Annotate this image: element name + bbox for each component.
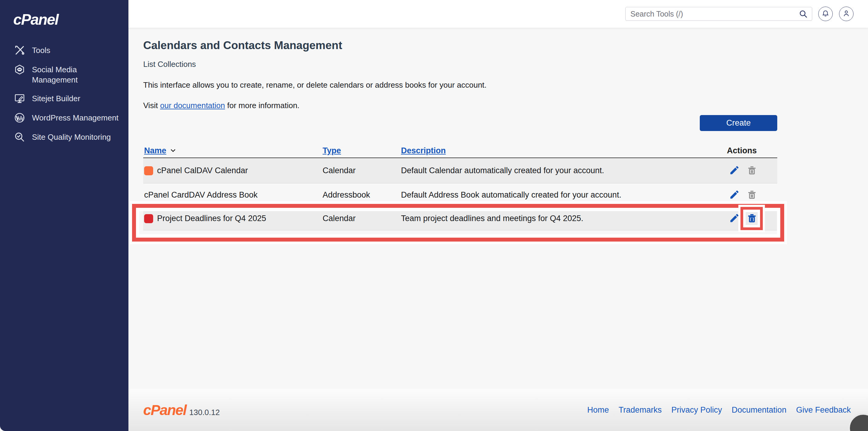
sidebar: cPanel Tools [0,0,128,431]
account-button[interactable] [839,7,854,21]
table-row: cPanel CardDAV Address Book Addressbook … [143,184,777,207]
color-swatch [144,214,153,223]
sidebar-item-wordpress[interactable]: WordPress Management [0,113,128,124]
top-header [128,0,868,28]
sidebar-item-label: Sitejet Builder [32,93,80,104]
collection-name: Project Deadlines for Q4 2025 [157,214,266,223]
corner-widget[interactable] [848,413,868,431]
bell-icon [822,9,829,19]
delete-button[interactable] [745,164,758,177]
pencil-icon [729,165,740,176]
collection-type: Calendar [322,214,401,223]
edit-button[interactable] [728,189,741,202]
footer-links: Home Trademarks Privacy Policy Documenta… [587,405,851,415]
notifications-button[interactable] [818,7,833,21]
sidebar-item-label: Site Quality Monitoring [32,132,111,142]
delete-button[interactable] [745,189,758,202]
footer-link-documentation[interactable]: Documentation [732,405,786,415]
sort-by-type-header[interactable]: Type [322,146,341,156]
cpanel-logo: cPanel [0,0,128,28]
search-input[interactable] [626,7,799,21]
collection-name: cPanel CardDAV Address Book [144,190,257,200]
footer-link-home[interactable]: Home [587,405,609,415]
sidebar-item-label: Tools [32,45,50,56]
page-title: Calendars and Contacts Management [143,39,777,52]
sidebar-item-site-quality[interactable]: Site Quality Monitoring [0,132,128,143]
actions-header: Actions [717,146,777,156]
footer-link-give-feedback[interactable]: Give Feedback [796,405,851,415]
collection-type: Calendar [322,166,401,175]
table-row: Project Deadlines for Q4 2025 Calendar T… [143,207,777,230]
cpanel-footer-logo: cPanel [143,402,186,418]
delete-button[interactable] [745,212,758,225]
collection-description: Team project deadlines and meetings for … [401,214,717,223]
edit-button[interactable] [728,212,741,225]
footer-link-trademarks[interactable]: Trademarks [619,405,662,415]
page-subtitle: List Collections [143,60,777,69]
page-footer: cPanel 130.0.12 Home Trademarks Privacy … [128,389,868,431]
sidebar-item-social-media[interactable]: Social Media Management [0,64,128,85]
social-media-icon [14,64,25,75]
create-button[interactable]: Create [700,115,777,131]
table-header-row: Name Type Description Actions [143,144,777,158]
sidebar-menu: Tools Social Media Management [0,45,128,143]
trash-icon [746,189,757,201]
sidebar-item-label: Social Media Management [32,64,119,85]
collection-type: Addressbook [322,190,401,200]
search-icon[interactable] [799,9,808,19]
wordpress-icon [14,112,25,124]
edit-button[interactable] [728,164,741,177]
sort-by-description-header[interactable]: Description [401,146,446,156]
pencil-icon [729,189,740,201]
documentation-line: Visit our documentation for more informa… [143,101,777,110]
table-row: cPanel CalDAV Calendar Calendar Default … [143,158,777,184]
version-text: 130.0.12 [189,408,220,417]
chevron-down-icon [169,147,177,154]
sidebar-item-sitejet[interactable]: Sitejet Builder [0,93,128,104]
site-quality-icon [14,131,25,143]
documentation-link[interactable]: our documentation [160,101,225,110]
collection-description: Default Calendar automatically created f… [401,166,717,175]
collections-table: Name Type Description Actions cPanel Cal… [143,144,777,230]
trash-icon [746,165,757,176]
color-swatch [144,166,153,175]
footer-link-privacy-policy[interactable]: Privacy Policy [672,405,722,415]
collection-description: Default Address Book automatically creat… [401,190,717,200]
pencil-icon [729,213,740,224]
trash-icon [746,213,757,224]
collection-name: cPanel CalDAV Calendar [157,166,248,175]
sort-by-name-header[interactable]: Name [144,146,166,156]
sidebar-item-label: WordPress Management [32,113,119,123]
tools-icon [14,44,25,56]
sidebar-item-tools[interactable]: Tools [0,45,128,56]
page-intro: This interface allows you to create, ren… [143,80,777,90]
sitejet-icon [14,93,25,104]
search-box [625,7,812,21]
main-content: Calendars and Contacts Management List C… [128,28,868,389]
user-icon [842,9,850,19]
